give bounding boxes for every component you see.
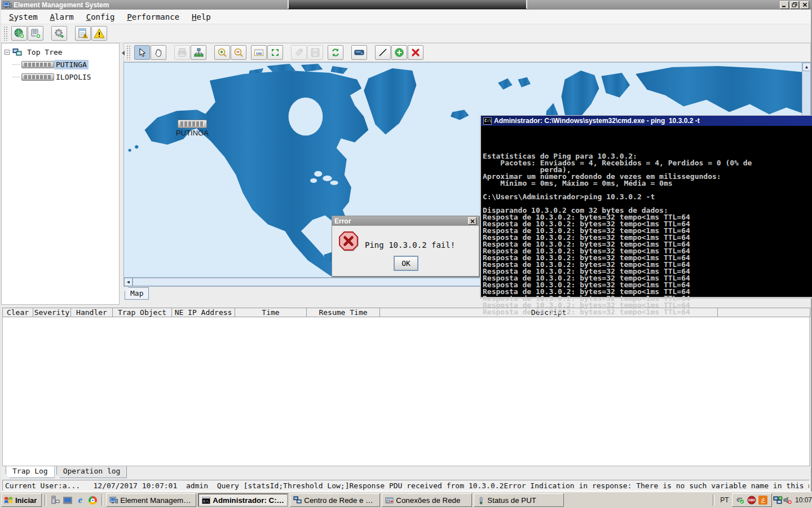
save-button[interactable]: [307, 45, 323, 60]
column-header-resume-time[interactable]: Resume Time: [306, 308, 380, 317]
status-icon: [477, 496, 485, 505]
svg-text:100: 100: [256, 51, 262, 55]
collapse-expander-icon[interactable]: −: [5, 50, 10, 55]
print-icon: [177, 47, 187, 58]
ne-device-icon: [21, 61, 54, 68]
topology-button[interactable]: [191, 45, 206, 60]
draw-line-button[interactable]: [375, 45, 391, 60]
tree-root[interactable]: − Top Tree: [5, 47, 119, 58]
restore-button[interactable]: [790, 1, 799, 9]
task-ems[interactable]: Element Management Sy...: [106, 493, 196, 507]
delete-button[interactable]: [408, 45, 423, 60]
fit-view-icon: [270, 47, 280, 58]
column-header-severity[interactable]: Severity: [33, 308, 71, 317]
computer-icon[interactable]: [49, 494, 61, 506]
network-connections-icon: [385, 497, 394, 504]
print-button[interactable]: [174, 45, 190, 60]
config-sync-button[interactable]: [51, 26, 67, 41]
status-bar: Current User:a... 12/07/2017 10:07:01 ad…: [2, 480, 810, 491]
scroll-left-icon[interactable]: ◀: [124, 278, 133, 286]
config-sync-icon: [54, 28, 65, 39]
zoom-100-button[interactable]: 100: [251, 45, 267, 60]
cmd-output: Estatísticas do Ping para 10.3.0.2: Paco…: [481, 126, 812, 316]
zoom-out-button[interactable]: [231, 45, 246, 60]
trap-table-body[interactable]: [2, 317, 810, 466]
column-header-ne-ip[interactable]: NE IP Address: [171, 308, 235, 317]
column-header-clear[interactable]: Clear: [2, 308, 33, 317]
error-icon: [338, 231, 359, 251]
taskbar-clock[interactable]: 10:07: [795, 496, 812, 504]
usb-safely-remove-icon[interactable]: [736, 496, 745, 505]
volume-muted-icon[interactable]: [783, 496, 792, 505]
split-pane-divider[interactable]: [120, 43, 123, 305]
tab-trap-log[interactable]: Trap Log: [6, 466, 55, 478]
ok-button[interactable]: OK: [394, 256, 418, 271]
taskbar: Iniciar e Element Management Sy... C:\ A…: [0, 492, 812, 508]
chrome-icon[interactable]: [86, 494, 99, 506]
show-desktop-icon[interactable]: [61, 494, 74, 506]
close-button[interactable]: [800, 1, 809, 9]
menu-item[interactable]: Help: [188, 11, 214, 23]
toolbar-grip[interactable]: [126, 45, 131, 60]
svg-text:EMS: EMS: [749, 498, 756, 502]
tab-map[interactable]: Map: [125, 287, 149, 300]
task-network-center[interactable]: Centro de Rede e Comp...: [290, 493, 380, 507]
menu-item[interactable]: System: [6, 11, 41, 23]
error-dialog-titlebar[interactable]: Error: [332, 216, 479, 226]
minimize-button[interactable]: [780, 1, 789, 9]
column-header-trap-object[interactable]: Trap Object: [112, 308, 172, 317]
taskbar-separator: [45, 494, 46, 506]
language-indicator[interactable]: PT: [717, 496, 732, 504]
terminal-line: C:\Users\Administrador>ping 10.3.0.2 -t: [483, 194, 812, 200]
internet-explorer-icon[interactable]: e: [74, 494, 86, 506]
pan-hand-button[interactable]: [151, 45, 166, 60]
add-node-button[interactable]: [391, 45, 407, 60]
cmd-window-title: Administrador: C:\Windows\system32\cmd.e…: [494, 117, 700, 125]
menu-item[interactable]: Config: [83, 11, 118, 23]
refresh-button[interactable]: [328, 45, 343, 60]
error-dialog-body: Ping 10.3.0.2 fail! OK: [332, 226, 479, 277]
tree-node-ilopolis[interactable]: ILOPOLIS: [21, 72, 119, 82]
error-message: Ping 10.3.0.2 fail!: [365, 240, 455, 249]
link-device-button[interactable]: [351, 45, 367, 60]
taskbar-separator: [102, 494, 103, 506]
task-network-connections[interactable]: Conexões de Rede: [382, 493, 472, 507]
error-dialog-title: Error: [334, 217, 351, 225]
zoom-100-icon: 100: [254, 47, 264, 58]
menu-item[interactable]: Performance: [123, 11, 183, 23]
zoom-in-button[interactable]: [214, 45, 230, 60]
cmd-icon: C:\: [202, 497, 210, 504]
alarm-log-icon: [77, 28, 89, 39]
tree-node-label[interactable]: PUTINGA: [54, 60, 89, 69]
cmd-titlebar[interactable]: C:\ Administrador: C:\Windows\system32\c…: [481, 116, 812, 126]
map-node-putinga[interactable]: PUTINGA: [164, 120, 220, 137]
tab-operation-log[interactable]: Operation log: [56, 466, 127, 478]
scroll-up-icon[interactable]: ▲: [802, 63, 811, 71]
zoom-in-icon: [217, 47, 227, 58]
column-header-time[interactable]: Time: [235, 308, 307, 317]
dialog-close-icon[interactable]: [468, 217, 476, 225]
select-cursor-button[interactable]: [134, 45, 150, 60]
java-icon[interactable]: [758, 496, 768, 505]
network-tray-icon[interactable]: [773, 496, 783, 505]
add-map-button[interactable]: [11, 26, 27, 41]
task-status-put[interactable]: Status de PUT: [474, 493, 564, 507]
tree-node-putinga[interactable]: PUTINGA: [21, 59, 119, 70]
alarm-log-button[interactable]: [75, 26, 91, 41]
start-label: Iniciar: [15, 496, 37, 505]
link-device-icon: [354, 47, 365, 58]
tree-node-label[interactable]: ILOPOLIS: [54, 72, 93, 82]
menu-item[interactable]: Alarm: [47, 11, 77, 23]
tree-root-label[interactable]: Top Tree: [25, 47, 64, 57]
ems-window-icon: [109, 497, 118, 504]
tag-button[interactable]: [291, 45, 307, 60]
system-tray: PT EMS 10:07: [710, 492, 812, 508]
add-ne-button[interactable]: [28, 26, 43, 41]
column-header-handler[interactable]: Handler: [70, 308, 113, 317]
toolbar-grip[interactable]: [3, 26, 8, 41]
fit-view-button[interactable]: [267, 45, 283, 60]
alarm-button[interactable]: [91, 26, 107, 41]
start-button[interactable]: Iniciar: [1, 493, 42, 507]
ems-tray-icon[interactable]: EMS: [747, 496, 757, 505]
task-cmd[interactable]: C:\ Administrador: C:\Wi...: [198, 493, 288, 507]
